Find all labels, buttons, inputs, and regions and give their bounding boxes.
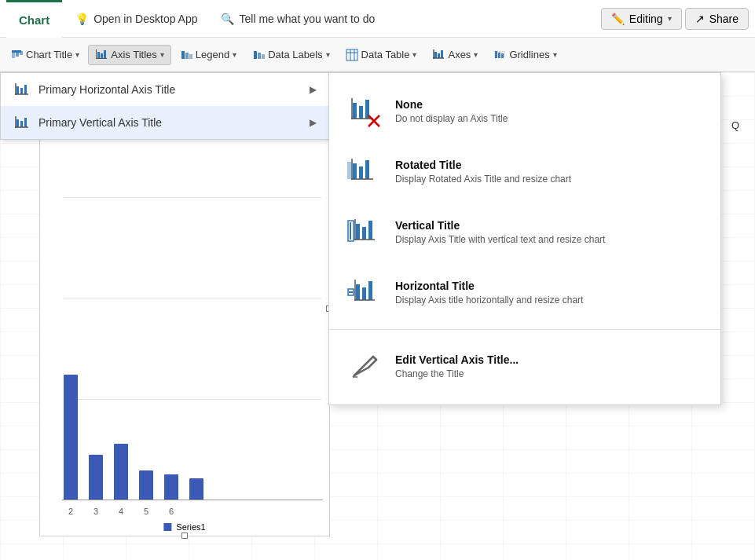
svg-rect-3	[20, 51, 23, 55]
label-6: 6	[164, 507, 178, 516]
svg-rect-62	[368, 281, 372, 300]
horizontal-text: Horizontal Title Display Axis title hori…	[395, 280, 583, 306]
chevron-down-icon: ▾	[668, 14, 672, 23]
data-table-button[interactable]: Data Table ▾	[339, 45, 424, 65]
svg-rect-14	[262, 54, 265, 59]
bar-7	[189, 478, 203, 500]
svg-line-68	[368, 357, 373, 361]
submenu-rotated[interactable]: Rotated Title Display Rotated Axis Title…	[329, 141, 720, 202]
top-bar: Chart 💡 Open in Desktop App 🔍 Tell me wh…	[0, 0, 755, 38]
chart-tab[interactable]: Chart	[6, 0, 62, 38]
svg-rect-53	[356, 224, 360, 240]
axis-labels: 2 3 4 5 6	[64, 507, 321, 516]
gridlines-chevron: ▾	[553, 50, 557, 59]
submenu-none[interactable]: None Do not display an Axis Title	[329, 81, 720, 141]
chart-area: 2 3 4 5 6 Series1	[39, 80, 330, 536]
svg-rect-7	[96, 58, 107, 59]
chart-legend: Series1	[163, 522, 205, 532]
primary-vertical-item[interactable]: Primary Vertical Axis Title ▶	[1, 106, 329, 139]
svg-rect-15	[346, 49, 357, 60]
primary-dropdown: Primary Horizontal Axis Title ▶ Primary …	[0, 72, 330, 140]
horizontal-axis-icon	[13, 81, 31, 98]
x-axis	[62, 500, 323, 500]
share-button[interactable]: ↗ Share	[685, 8, 749, 30]
axis-titles-button[interactable]: Axis Titles ▾	[88, 45, 171, 65]
open-desktop-button[interactable]: 💡 Open in Desktop App	[65, 7, 207, 31]
label-2: 2	[64, 507, 78, 516]
horizontal-item-arrow: ▶	[310, 84, 317, 95]
axes-icon	[432, 49, 445, 61]
label-3: 3	[89, 507, 103, 516]
legend-icon	[180, 49, 192, 61]
svg-rect-55	[368, 221, 372, 240]
vertical-item-arrow: ▶	[310, 117, 317, 128]
pencil-icon: ✏️	[611, 13, 625, 25]
svg-rect-61	[362, 287, 366, 300]
none-icon	[345, 92, 383, 130]
chart-title-button[interactable]: Chart Title ▾	[3, 45, 86, 65]
vertical-text: Vertical Title Display Axis Title with v…	[395, 219, 605, 245]
bar-5	[139, 470, 153, 500]
svg-rect-40	[353, 103, 357, 119]
axis-titles-chevron: ▾	[160, 50, 164, 59]
vertical-title-icon	[345, 213, 383, 251]
vertical-item-label: Primary Vertical Axis Title	[38, 116, 302, 129]
svg-rect-2	[16, 51, 19, 57]
legend-dot	[163, 523, 171, 531]
share-icon: ↗	[695, 13, 705, 25]
svg-rect-25	[498, 53, 500, 58]
legend-chevron: ▾	[233, 50, 236, 59]
svg-rect-31	[20, 88, 23, 94]
search-icon: 🔍	[221, 13, 234, 25]
editing-button[interactable]: ✏️ Editing ▾	[601, 8, 682, 30]
bar-2	[64, 375, 78, 500]
tell-me-button[interactable]: 🔍 Tell me what you want to do	[211, 7, 385, 31]
svg-rect-13	[258, 53, 261, 59]
data-table-chevron: ▾	[412, 50, 416, 59]
svg-rect-32	[24, 85, 27, 94]
submenu-horizontal[interactable]: Horizontal Title Display Axis title hori…	[329, 262, 720, 323]
legend-button[interactable]: Legend ▾	[173, 45, 244, 65]
ribbon: Chart Title ▾ Axis Titles ▾ Legend ▾	[0, 38, 755, 72]
svg-rect-54	[362, 227, 366, 240]
chart-title-chevron: ▾	[75, 50, 79, 59]
resize-handle-bottom[interactable]	[181, 533, 188, 539]
svg-rect-5	[101, 53, 103, 58]
data-table-icon	[346, 49, 358, 61]
svg-rect-30	[16, 86, 19, 94]
svg-rect-48	[359, 167, 363, 179]
svg-rect-19	[434, 52, 437, 58]
submenu-divider	[329, 329, 720, 330]
submenu-vertical[interactable]: Vertical Title Display Axis Title with v…	[329, 202, 720, 262]
axes-button[interactable]: Axes ▾	[425, 45, 485, 65]
svg-rect-8	[96, 49, 97, 59]
label-4: 4	[114, 507, 128, 516]
bar-4	[114, 444, 128, 500]
svg-rect-37	[24, 118, 27, 127]
label-5: 5	[139, 507, 153, 516]
vertical-submenu: None Do not display an Axis Title Rotate…	[328, 72, 721, 405]
chart-bars	[64, 359, 321, 500]
horizontal-item-label: Primary Horizontal Axis Title	[38, 83, 302, 96]
rotated-text: Rotated Title Display Rotated Axis Title…	[395, 159, 571, 185]
svg-rect-1	[12, 51, 15, 58]
svg-rect-9	[181, 51, 185, 59]
data-labels-icon	[252, 49, 265, 61]
data-labels-chevron: ▾	[326, 50, 330, 59]
svg-rect-36	[20, 121, 23, 127]
primary-horizontal-item[interactable]: Primary Horizontal Axis Title ▶	[1, 73, 329, 106]
rotated-icon	[345, 152, 383, 190]
submenu-edit[interactable]: Edit Vertical Axis Title... Change the T…	[329, 336, 720, 397]
svg-rect-11	[189, 54, 192, 59]
gridlines-button[interactable]: Gridlines ▾	[486, 45, 563, 65]
chart-title-icon	[10, 49, 23, 61]
svg-rect-20	[438, 53, 440, 58]
svg-rect-6	[104, 50, 106, 58]
lightbulb-icon: 💡	[75, 13, 89, 25]
horizontal-title-icon	[345, 273, 383, 311]
data-labels-button[interactable]: Data Labels ▾	[245, 45, 336, 65]
edit-icon	[345, 347, 383, 385]
svg-rect-49	[365, 160, 369, 179]
legend-label: Series1	[176, 522, 205, 532]
svg-rect-52	[347, 162, 351, 179]
